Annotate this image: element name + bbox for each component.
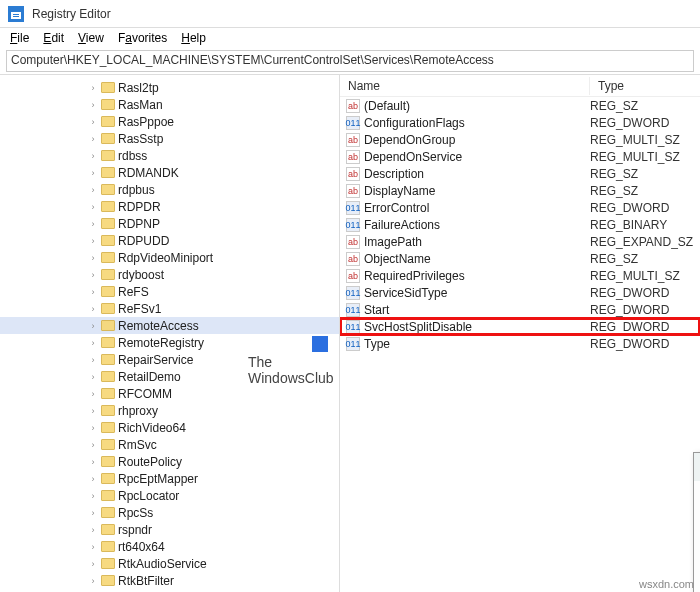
tree-item[interactable]: ›RasSstp: [0, 130, 339, 147]
list-row[interactable]: ab(Default)REG_SZ: [340, 97, 700, 114]
folder-icon: [101, 337, 115, 348]
menu-favorites[interactable]: Favorites: [112, 29, 173, 47]
list-row[interactable]: 011SvcHostSplitDisableREG_DWORD: [340, 318, 700, 335]
address-bar[interactable]: Computer\HKEY_LOCAL_MACHINE\SYSTEM\Curre…: [6, 50, 694, 72]
chevron-right-icon: ›: [88, 355, 98, 365]
menu-help[interactable]: Help: [175, 29, 212, 47]
list-pane[interactable]: Name Type ab(Default)REG_SZ011Configurat…: [340, 75, 700, 592]
folder-icon: [101, 99, 115, 110]
tree-item[interactable]: ›ReFS: [0, 283, 339, 300]
regedit-icon: [8, 6, 24, 22]
binary-value-icon: 011: [346, 218, 360, 232]
folder-icon: [101, 82, 115, 93]
tree-item-label: RDPDR: [118, 200, 161, 214]
tree-item[interactable]: ›rdbss: [0, 147, 339, 164]
tree-item[interactable]: ›RasPppoe: [0, 113, 339, 130]
folder-icon: [101, 456, 115, 467]
tree-pane[interactable]: ›Rasl2tp›RasMan›RasPppoe›RasSstp›rdbss›R…: [0, 75, 340, 592]
list-row[interactable]: 011StartREG_DWORD: [340, 301, 700, 318]
list-row[interactable]: 011ConfigurationFlagsREG_DWORD: [340, 114, 700, 131]
folder-icon: [101, 524, 115, 535]
tree-item[interactable]: ›RichVideo64: [0, 419, 339, 436]
list-row[interactable]: abImagePathREG_EXPAND_SZ: [340, 233, 700, 250]
tree-item[interactable]: ›rdyboost: [0, 266, 339, 283]
tree-item[interactable]: ›rspndr: [0, 521, 339, 538]
folder-icon: [101, 558, 115, 569]
tree-item[interactable]: ›RDPUDD: [0, 232, 339, 249]
list-row[interactable]: 011ErrorControlREG_DWORD: [340, 199, 700, 216]
tree-item-label: rdpbus: [118, 183, 155, 197]
list-row[interactable]: 011ServiceSidTypeREG_DWORD: [340, 284, 700, 301]
tree-item[interactable]: ›RDPDR: [0, 198, 339, 215]
chevron-right-icon: ›: [88, 117, 98, 127]
brand-square-icon: [312, 336, 328, 352]
row-name: FailureActions: [364, 218, 590, 232]
row-name: ObjectName: [364, 252, 590, 266]
row-name: Description: [364, 167, 590, 181]
tree-item-label: RmSvc: [118, 438, 157, 452]
row-type: REG_DWORD: [590, 116, 669, 130]
tree-item[interactable]: ›RtkBtFilter: [0, 572, 339, 589]
folder-icon: [101, 269, 115, 280]
row-name: ConfigurationFlags: [364, 116, 590, 130]
tree-item[interactable]: ›rt640x64: [0, 538, 339, 555]
list-row[interactable]: abDescriptionREG_SZ: [340, 165, 700, 182]
column-type[interactable]: Type: [590, 77, 700, 95]
tree-item-label: RoutePolicy: [118, 455, 182, 469]
tree-item[interactable]: ›Rasl2tp: [0, 79, 339, 96]
chevron-right-icon: ›: [88, 253, 98, 263]
column-name[interactable]: Name: [340, 77, 590, 95]
folder-icon: [101, 371, 115, 382]
tree-item-label: RpcLocator: [118, 489, 179, 503]
binary-value-icon: 011: [346, 337, 360, 351]
chevron-right-icon: ›: [88, 372, 98, 382]
menu-file[interactable]: File: [4, 29, 35, 47]
folder-icon: [101, 575, 115, 586]
tree-item[interactable]: ›RpcEptMapper: [0, 470, 339, 487]
folder-icon: [101, 133, 115, 144]
svg-rect-3: [13, 16, 19, 17]
edit-dword-dialog: Edit DWORD (32-bit) Value ✕ Value name: …: [693, 452, 700, 592]
tree-item-label: RemoteRegistry: [118, 336, 204, 350]
string-value-icon: ab: [346, 150, 360, 164]
folder-icon: [101, 354, 115, 365]
tree-item[interactable]: ›RdpVideoMiniport: [0, 249, 339, 266]
chevron-right-icon: ›: [88, 338, 98, 348]
tree-item-label: RDPUDD: [118, 234, 169, 248]
chevron-right-icon: ›: [88, 100, 98, 110]
tree-item[interactable]: ›RpcLocator: [0, 487, 339, 504]
list-row[interactable]: abDependOnGroupREG_MULTI_SZ: [340, 131, 700, 148]
chevron-right-icon: ›: [88, 440, 98, 450]
tree-item[interactable]: ›RoutePolicy: [0, 453, 339, 470]
chevron-right-icon: ›: [88, 287, 98, 297]
list-row[interactable]: abDependOnServiceREG_MULTI_SZ: [340, 148, 700, 165]
tree-item[interactable]: ›RpcSs: [0, 504, 339, 521]
tree-item[interactable]: ›rhproxy: [0, 402, 339, 419]
tree-item[interactable]: ›RFCOMM: [0, 385, 339, 402]
svg-rect-2: [13, 14, 19, 15]
list-row[interactable]: abObjectNameREG_SZ: [340, 250, 700, 267]
chevron-right-icon: ›: [88, 474, 98, 484]
row-type: REG_SZ: [590, 99, 638, 113]
chevron-right-icon: ›: [88, 491, 98, 501]
tree-item[interactable]: ›RDMANDK: [0, 164, 339, 181]
menu-edit[interactable]: Edit: [37, 29, 70, 47]
chevron-right-icon: ›: [88, 219, 98, 229]
folder-icon: [101, 150, 115, 161]
list-row[interactable]: 011TypeREG_DWORD: [340, 335, 700, 352]
tree-item[interactable]: ›RDPNP: [0, 215, 339, 232]
tree-item[interactable]: ›ReFSv1: [0, 300, 339, 317]
row-name: DependOnService: [364, 150, 590, 164]
list-row[interactable]: abDisplayNameREG_SZ: [340, 182, 700, 199]
tree-item[interactable]: ›RemoteAccess: [0, 317, 339, 334]
menu-view[interactable]: View: [72, 29, 110, 47]
tree-item[interactable]: ›RmSvc: [0, 436, 339, 453]
list-row[interactable]: 011FailureActionsREG_BINARY: [340, 216, 700, 233]
list-row[interactable]: abRequiredPrivilegesREG_MULTI_SZ: [340, 267, 700, 284]
tree-item-label: ReFS: [118, 285, 149, 299]
tree-item[interactable]: ›RtkAudioService: [0, 555, 339, 572]
tree-item[interactable]: ›rdpbus: [0, 181, 339, 198]
folder-icon: [101, 116, 115, 127]
tree-item[interactable]: ›RasMan: [0, 96, 339, 113]
tree-item-label: RpcEptMapper: [118, 472, 198, 486]
